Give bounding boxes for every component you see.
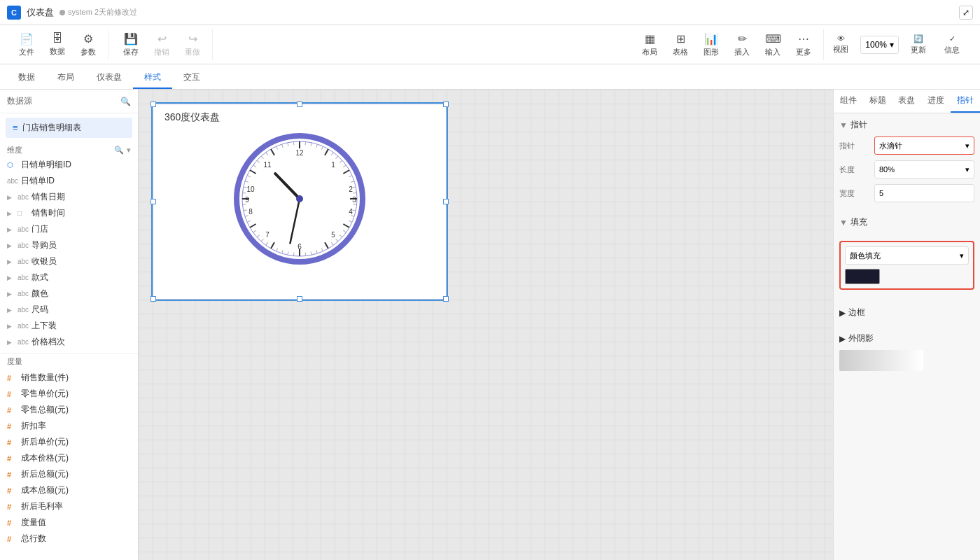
field-type-icon: abc <box>18 290 27 298</box>
field-零售单价[interactable]: # 零售单价(元) <box>0 386 138 402</box>
handle-tl[interactable] <box>150 102 156 107</box>
field-零售总额[interactable]: # 零售总额(元) <box>0 402 138 418</box>
right-tab-progress[interactable]: 进度 <box>921 90 951 113</box>
field-折后毛利率[interactable]: # 折后毛利率 <box>0 498 138 514</box>
handle-tc[interactable] <box>297 102 302 107</box>
clock-center-dot <box>296 195 303 202</box>
field-折后总额[interactable]: # 折后总额(元) <box>0 466 138 482</box>
expand-icon: ▶ <box>7 194 12 201</box>
field-销售日期[interactable]: ▶ abc 销售日期 <box>0 189 138 205</box>
handle-mr[interactable] <box>443 199 449 204</box>
tab-data[interactable]: 数据 <box>7 67 46 89</box>
needle-type-label: 指针 <box>839 141 874 151</box>
top-bar: C 仪表盘 system 2天前修改过 ⤢ <box>0 0 980 25</box>
field-折后单价[interactable]: # 折后单价(元) <box>0 434 138 450</box>
redo-button[interactable]: ↪ 重做 <box>178 29 206 60</box>
field-折扣率[interactable]: # 折扣率 <box>0 418 138 434</box>
tab-interact[interactable]: 交互 <box>172 67 211 89</box>
tab-dashboard[interactable]: 仪表盘 <box>85 67 133 89</box>
field-总行数[interactable]: # 总行数 <box>0 531 138 547</box>
needle-length-select[interactable]: 80% ▾ <box>874 160 974 178</box>
screen-icon[interactable]: ⤢ <box>959 6 973 20</box>
data-button[interactable]: 🗄 数据 <box>43 29 71 59</box>
clock-num-6: 6 <box>298 243 302 251</box>
dimension-expand-icon[interactable]: ▾ <box>127 146 131 155</box>
app-subtitle: system 2天前修改过 <box>59 7 137 18</box>
file-button[interactable]: 📄 文件 <box>13 29 41 60</box>
fill-dropdown-icon: ▾ <box>960 251 964 260</box>
needle-type-select[interactable]: 水滴针 ▾ <box>874 136 974 155</box>
expand-icon: ▶ <box>7 226 12 233</box>
update-button[interactable]: 🔄 更新 <box>904 31 932 58</box>
view-icon: 👁 <box>837 34 845 43</box>
tab-layout[interactable]: 布局 <box>46 67 85 89</box>
field-日销单明细ID[interactable]: ⬡ 日销单明细ID <box>0 157 138 173</box>
more-icon: ⋯ <box>798 32 809 46</box>
dimension-search-icon[interactable]: 🔍 <box>114 146 124 155</box>
fill-type-select[interactable]: 颜色填充 ▾ <box>845 246 969 265</box>
params-button[interactable]: ⚙ 参数 <box>74 29 102 60</box>
chart-container[interactable]: 360度仪表盘 <box>153 104 447 300</box>
save-button[interactable]: 💾 保存 <box>117 29 145 60</box>
datasource-search-icon[interactable]: 🔍 <box>120 97 131 106</box>
chart-button[interactable]: 📊 图形 <box>697 29 725 60</box>
field-上下装[interactable]: ▶ abc 上下装 <box>0 318 138 334</box>
fill-section-header-row: ▼ 填充 <box>834 214 980 238</box>
tab-style[interactable]: 样式 <box>133 67 172 89</box>
view-button[interactable]: 👁 视图 <box>827 31 855 57</box>
table-button[interactable]: ⊞ 表格 <box>666 29 694 60</box>
svg-line-37 <box>305 253 306 256</box>
field-成本总额[interactable]: # 成本总额(元) <box>0 482 138 498</box>
more-button[interactable]: ⋯ 更多 <box>790 29 818 60</box>
field-颜色[interactable]: ▶ abc 颜色 <box>0 286 138 302</box>
field-导购员[interactable]: ▶ abc 导购员 <box>0 237 138 253</box>
right-tab-title[interactable]: 标题 <box>863 90 892 113</box>
input-button[interactable]: ⌨ 输入 <box>759 29 787 60</box>
field-日销单ID[interactable]: abc 日销单ID <box>0 173 138 189</box>
main-layout: 数据源 🔍 ≡ 门店销售明细表 维度 🔍 ▾ ⬡ 日销单明细ID abc 日销单… <box>0 90 980 560</box>
needle-dropdown-icon: ▾ <box>965 141 969 150</box>
field-尺码[interactable]: ▶ abc 尺码 <box>0 302 138 318</box>
field-门店[interactable]: ▶ abc 门店 <box>0 221 138 237</box>
handle-bc[interactable] <box>297 296 302 302</box>
insert-button[interactable]: ✏ 插入 <box>728 29 756 60</box>
needle-width-input[interactable] <box>874 184 974 202</box>
handle-ml[interactable] <box>150 199 156 204</box>
field-销售数量[interactable]: # 销售数量(件) <box>0 370 138 386</box>
needle-section: ▼ 指针 指针 水滴针 ▾ 长度 80% ▾ <box>834 113 980 214</box>
field-款式[interactable]: ▶ abc 款式 <box>0 270 138 286</box>
border-section-header[interactable]: ▶ 边框 <box>839 304 974 321</box>
dimension-section-header: 维度 🔍 ▾ <box>0 142 138 157</box>
shadow-section-header[interactable]: ▶ 外阴影 <box>839 330 974 347</box>
handle-bl[interactable] <box>150 296 156 302</box>
edit-group: 💾 保存 ↩ 撤销 ↪ 重做 <box>111 29 213 60</box>
toolbar: 📄 文件 🗄 数据 ⚙ 参数 💾 保存 ↩ 撤销 ↪ 重做 ▦ 布局 <box>0 25 980 64</box>
expand-icon: ▶ <box>7 323 12 330</box>
handle-tr[interactable] <box>443 102 449 107</box>
measure-icon: # <box>7 535 17 543</box>
right-tab-needle[interactable]: 指针 <box>951 90 980 113</box>
clock-area: 12 1 2 3 4 5 6 7 8 9 10 11 <box>230 129 370 271</box>
field-type-icon: abc <box>7 177 17 185</box>
handle-br[interactable] <box>443 296 449 302</box>
field-度量值[interactable]: # 度量值 <box>0 514 138 531</box>
app-title: 仪表盘 <box>27 6 54 19</box>
undo-button[interactable]: ↩ 撤销 <box>148 29 176 60</box>
field-type-icon: ⬡ <box>7 161 17 169</box>
zoom-control[interactable]: 100% ▾ <box>860 36 899 54</box>
shadow-arrow-icon: ▶ <box>839 334 846 344</box>
zoom-dropdown-icon: ▾ <box>890 40 894 50</box>
color-swatch[interactable] <box>845 269 880 284</box>
clock-svg: 12 1 2 3 4 5 6 7 8 9 10 11 <box>230 129 370 269</box>
datasource-item[interactable]: ≡ 门店销售明细表 <box>6 118 132 138</box>
layout-button[interactable]: ▦ 布局 <box>636 29 664 60</box>
field-销售时间[interactable]: ▶ □ 销售时间 <box>0 205 138 221</box>
field-价格档次[interactable]: ▶ abc 价格档次 <box>0 334 138 350</box>
field-收银员[interactable]: ▶ abc 收银员 <box>0 253 138 270</box>
right-tab-component[interactable]: 组件 <box>834 90 863 113</box>
measure-icon: # <box>7 486 17 495</box>
field-成本价格[interactable]: # 成本价格(元) <box>0 450 138 466</box>
right-tab-dial[interactable]: 表盘 <box>892 90 922 113</box>
info-button[interactable]: ✓ 信息 <box>938 31 966 58</box>
right-panel: 组件 标题 表盘 进度 指针 ▼ 指针 指针 水滴针 ▾ <box>833 90 980 560</box>
